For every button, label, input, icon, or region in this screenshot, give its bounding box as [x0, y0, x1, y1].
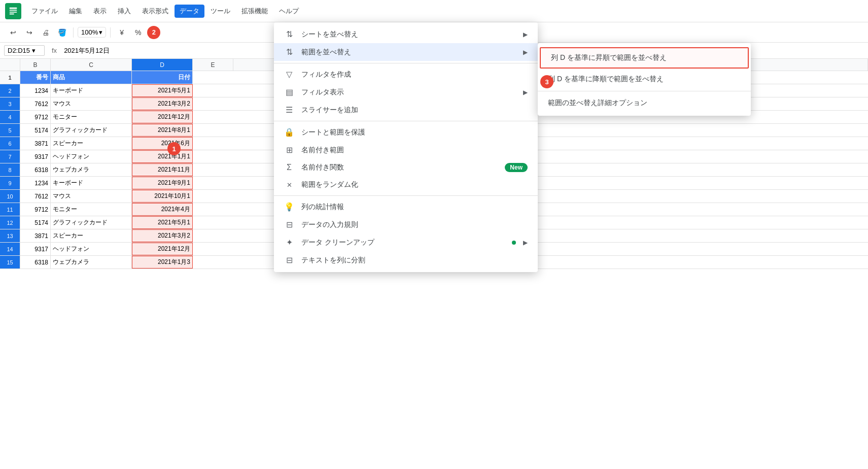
sort-sheet-icon: ⇅	[284, 29, 294, 39]
row-num-6: 6	[0, 137, 20, 150]
dropdown-create-filter[interactable]: ▽ フィルタを作成	[274, 65, 538, 83]
percent-button[interactable]: %	[131, 25, 145, 40]
cell-d-3[interactable]: 2021年3月2	[132, 97, 193, 110]
split-text-label: テキストを列に分割	[301, 256, 528, 265]
cell-d-9[interactable]: 2021年9月1	[132, 177, 193, 189]
cell-b-12[interactable]: 5174	[20, 216, 51, 229]
dropdown-protect-sheet[interactable]: 🔒 シートと範囲を保護	[274, 123, 538, 141]
row-num-13: 13	[0, 229, 20, 242]
cell-b-5[interactable]: 5174	[20, 124, 51, 137]
print-button[interactable]: 🖨	[39, 25, 53, 40]
cell-c-12[interactable]: グラフィックカード	[51, 216, 132, 229]
cell-d-5[interactable]: 2021年8月1	[132, 124, 193, 137]
menu-file[interactable]: ファイル	[26, 5, 63, 18]
cell-d-14[interactable]: 2021年12月	[132, 243, 193, 255]
dropdown-filter-view[interactable]: ▤ フィルタ表示 ▶	[274, 83, 538, 101]
submenu-divider	[538, 91, 751, 91]
data-cleanup-label: データ クリーンアップ	[301, 238, 505, 247]
row-num-14: 14	[0, 243, 20, 255]
dropdown-sort-range[interactable]: ⇅ 範囲を並べ替え ▶ 列 D を基準に昇順で範囲を並べ替え 列 D を基準に降…	[274, 43, 538, 61]
menu-data[interactable]: データ	[175, 5, 204, 18]
cell-c-14[interactable]: ヘッドフォン	[51, 243, 132, 255]
cell-d-10[interactable]: 2021年10月1	[132, 190, 193, 203]
redo-button[interactable]: ↪	[22, 25, 37, 40]
header-cell-c[interactable]: 商品	[51, 71, 132, 84]
cell-d-13[interactable]: 2021年3月2	[132, 229, 193, 242]
cell-b-2[interactable]: 1234	[20, 84, 51, 97]
col-header-d[interactable]: D	[132, 59, 193, 71]
row-num-10: 10	[0, 190, 20, 203]
filter-view-icon: ▤	[284, 87, 294, 97]
cell-b-8[interactable]: 6318	[20, 163, 51, 176]
row-num-5: 5	[0, 124, 20, 137]
zoom-select[interactable]: 100% ▾	[78, 27, 106, 38]
header-cell-d[interactable]: 日付	[132, 71, 193, 84]
sort-range-arrow: ▶	[523, 49, 528, 56]
dropdown-data-cleanup[interactable]: ✦ データ クリーンアップ ▶	[274, 233, 538, 251]
cell-reference[interactable]: D2:D15 ▾	[4, 45, 45, 56]
dropdown-divider-3	[274, 195, 538, 196]
new-badge: New	[505, 163, 528, 172]
undo-button[interactable]: ↩	[6, 25, 20, 40]
cell-b-14[interactable]: 9317	[20, 243, 51, 255]
cell-c-3[interactable]: マウス	[51, 97, 132, 110]
dropdown-column-stats[interactable]: 💡 列の統計情報	[274, 198, 538, 216]
cell-c-10[interactable]: マウス	[51, 190, 132, 203]
submenu-sort-advanced[interactable]: 範囲の並べ替え詳細オプション	[538, 93, 751, 113]
cell-b-4[interactable]: 9712	[20, 111, 51, 123]
cell-b-6[interactable]: 3871	[20, 137, 51, 150]
header-cell-b[interactable]: 番号	[20, 71, 51, 84]
currency-button[interactable]: ¥	[115, 25, 129, 40]
dropdown-add-slicer[interactable]: ☰ スライサーを追加	[274, 101, 538, 119]
cell-c-15[interactable]: ウェブカメラ	[51, 256, 132, 269]
cell-c-8[interactable]: ウェブカメラ	[51, 163, 132, 176]
cell-c-13[interactable]: スピーカー	[51, 229, 132, 242]
col-header-c[interactable]: C	[51, 59, 132, 71]
format-paint-button[interactable]: 🪣	[55, 25, 69, 40]
cell-c-4[interactable]: モニター	[51, 111, 132, 123]
cell-c-2[interactable]: キーボード	[51, 84, 132, 97]
cell-c-11[interactable]: モニター	[51, 203, 132, 216]
cell-c-9[interactable]: キーボード	[51, 177, 132, 189]
menu-insert[interactable]: 挿入	[113, 5, 136, 18]
menu-edit[interactable]: 編集	[64, 5, 87, 18]
cell-c-7[interactable]: ヘッドフォン	[51, 150, 132, 163]
menu-format[interactable]: 表示形式	[137, 5, 173, 18]
menu-extensions[interactable]: 拡張機能	[236, 5, 273, 18]
cell-d-12[interactable]: 2021年5月1	[132, 216, 193, 229]
dropdown-split-text[interactable]: ⊟ テキストを列に分割	[274, 251, 538, 269]
col-header-e[interactable]: E	[193, 59, 233, 71]
data-validation-label: データの入力規則	[301, 220, 528, 229]
sort-sheet-label: シートを並べ替え	[301, 30, 516, 39]
cell-b-13[interactable]: 3871	[20, 229, 51, 242]
cell-b-3[interactable]: 7612	[20, 97, 51, 110]
cell-d-8[interactable]: 2021年11月	[132, 163, 193, 176]
cell-d-7[interactable]: 2021年1月1	[132, 150, 193, 163]
menu-help[interactable]: ヘルプ	[274, 5, 304, 18]
cell-d-4[interactable]: 2021年12月	[132, 111, 193, 123]
cell-d-6[interactable]: 2021年6月	[132, 137, 193, 150]
dropdown-divider-2	[274, 121, 538, 121]
dropdown-randomize[interactable]: ✕ 範囲をランダム化	[274, 176, 538, 193]
dropdown-named-function[interactable]: Σ 名前付き関数 New	[274, 159, 538, 176]
menu-view[interactable]: 表示	[88, 5, 112, 18]
dropdown-data-validation[interactable]: ⊟ データの入力規則	[274, 216, 538, 233]
cell-b-9[interactable]: 1234	[20, 177, 51, 189]
protect-sheet-label: シートと範囲を保護	[301, 128, 528, 137]
cell-b-7[interactable]: 9317	[20, 150, 51, 163]
dropdown-sort-sheet[interactable]: ⇅ シートを並べ替え ▶	[274, 25, 538, 43]
row-num-11: 11	[0, 203, 20, 216]
cell-c-5[interactable]: グラフィックカード	[51, 124, 132, 137]
cell-d-15[interactable]: 2021年1月3	[132, 256, 193, 269]
menu-tools[interactable]: ツール	[205, 5, 235, 18]
cell-c-6[interactable]: スピーカー	[51, 137, 132, 150]
cell-b-15[interactable]: 6318	[20, 256, 51, 269]
col-header-b[interactable]: B	[20, 59, 51, 71]
dropdown-named-range[interactable]: ⊞ 名前付き範囲	[274, 141, 538, 159]
cell-b-10[interactable]: 7612	[20, 190, 51, 203]
submenu-sort-asc[interactable]: 列 D を基準に昇順で範囲を並べ替え	[540, 47, 749, 69]
cell-d-2[interactable]: 2021年5月1	[132, 84, 193, 97]
cell-b-11[interactable]: 9712	[20, 203, 51, 216]
cell-d-11[interactable]: 2021年4月	[132, 203, 193, 216]
submenu-sort-desc[interactable]: 列 D を基準に降順で範囲を並べ替え	[538, 70, 751, 89]
